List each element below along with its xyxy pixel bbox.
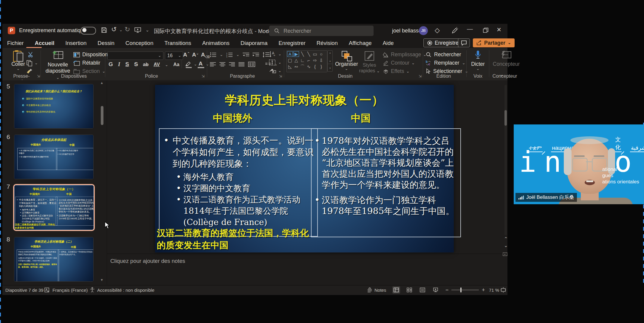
bold-button[interactable]: G [109,61,113,68]
spacing-chevron-icon[interactable]: ⌄ [165,63,168,66]
collapse-ribbon-button[interactable]: ⌄ [500,73,504,76]
tab-animations[interactable]: Animations [202,38,230,48]
previous-slide-button[interactable]: ⌃ [504,238,508,241]
share-button[interactable]: Partager ⌄ [473,38,515,47]
clear-formatting-button[interactable]: A⌫ [201,52,210,59]
tab-fichier[interactable]: Fichier [7,38,24,48]
slide-highlight-text[interactable]: 汉语二语教育的摇篮位于法国，学科化的质变发生在中国 [157,227,311,251]
main-slide-canvas[interactable]: 学科历史上非对称现象（一） 中国境外 中国 •中文传播及教育，源头不一。说到一个… [155,85,454,252]
text-direction-button[interactable]: A [269,51,276,57]
align-center-button[interactable] [219,62,225,67]
align-left-button[interactable] [210,62,216,67]
save-icon[interactable] [101,27,107,33]
canvas-scrollbar-thumb[interactable] [504,110,507,126]
close-button[interactable]: × [497,25,501,34]
restore-button[interactable] [483,28,488,33]
shape-oval[interactable]: ○ [318,51,324,57]
accessibility-icon[interactable] [89,287,95,293]
font-name-combo[interactable]: ⌄ [107,52,163,60]
panel-divider[interactable] [107,80,107,285]
font-color-button[interactable]: A [199,60,203,67]
strikethrough-ab-button[interactable]: ab [143,62,149,67]
avatar[interactable]: JB [419,26,428,35]
decrease-indent-button[interactable] [243,52,249,57]
shapes-gallery[interactable]: A▶╲╲▭○▢△∟⌐⇨⇩◺∾⌒∿{} [286,50,327,72]
fit-to-window-icon[interactable] [500,287,506,293]
start-slideshow-icon[interactable] [134,27,141,33]
tab-affichage[interactable]: Affichage [348,38,372,48]
align-text-button[interactable] [269,59,276,66]
view-slideshow-button[interactable] [432,286,439,294]
zoom-level[interactable]: 71 % [489,288,499,293]
shape-elbow-arrow-connector[interactable]: ⌐ [306,57,312,63]
minimize-button[interactable]: — [467,26,473,32]
shape-line[interactable]: ╲ [299,51,306,57]
shape-fill-button[interactable]: Remplissage ⌄ [383,52,426,58]
view-normal-button[interactable] [392,286,400,294]
shape-arrow-down[interactable]: ⇩ [318,57,324,63]
justify-button[interactable] [239,62,244,67]
italic-button[interactable]: I [118,61,120,68]
tab-insertion[interactable]: Insertion [65,38,87,48]
search-input[interactable] [283,27,368,35]
font-size-combo[interactable]: 16 ⌄ [165,52,183,60]
slide-header-right[interactable]: 中国 [325,112,397,125]
autosave-toggle[interactable] [80,27,96,35]
notes-toggle-icon[interactable] [367,287,373,293]
find-button[interactable]: Rechercher [426,52,461,58]
bullets-button[interactable] [210,52,216,57]
quick-styles-button[interactable]: Styles rapides ⌄ [359,51,380,74]
shape-line-arrow[interactable]: ╲ [306,51,312,57]
tab-accueil[interactable]: Accueil [34,38,55,48]
designer-button[interactable]: Concepteur [491,50,521,67]
accessibility-status[interactable]: Accessibilité : non disponible [97,288,154,293]
text-direction-chevron-icon[interactable]: ⌄ [278,53,281,56]
slide-thumbnail-7[interactable]: 学科历史上非对称现象（一） 中国境外 中国 •中文传播及教育，源头不一。说到一个… [14,185,94,230]
grow-font-button[interactable]: A⌃ [183,52,190,58]
search-box[interactable] [269,26,374,36]
tab-diaporama[interactable]: Diaporama [240,38,268,48]
increase-indent-button[interactable] [253,52,259,57]
font-color-chevron-icon[interactable]: ⌄ [206,63,209,66]
arrange-button[interactable]: Organiser ⌄ [335,51,358,70]
align-text-chevron-icon[interactable]: ⌄ [278,61,281,64]
coming-soon-pen-icon[interactable] [451,27,458,34]
shape-right-brace[interactable]: } [318,63,324,70]
reset-button[interactable]: Rétablir [73,60,100,66]
replace-button[interactable]: bc Remplacer ⌄ [426,60,465,66]
slide-position[interactable]: Diapositive 7 de 39 [5,288,44,293]
tab-revision[interactable]: Révision [316,38,338,48]
shrink-font-button[interactable]: A⌄ [192,52,199,58]
zoom-out-button[interactable]: − [445,287,449,293]
zoom-slider-track[interactable] [451,290,479,290]
numbering-button[interactable]: 123 [226,52,233,57]
view-slide-sorter-button[interactable] [405,286,413,294]
copy-icon[interactable] [26,60,33,66]
undo-chevron-icon[interactable]: ⌄ [119,29,123,32]
next-slide-button[interactable]: ⌄ [504,244,508,247]
thumbnails-scroll-down-icon[interactable]: ▼ [100,278,103,282]
convert-smartart-button[interactable] [269,68,276,74]
quick-access-more-icon[interactable]: ⌄ [145,29,149,32]
shape-arc[interactable]: ⌒ [299,63,306,70]
view-reading-button[interactable] [419,286,426,294]
copy-chevron-icon[interactable]: ⌄ [35,62,38,65]
canvas-scrollbar-track[interactable] [504,85,507,235]
notes-splitter[interactable] [107,254,507,254]
slide-thumbnail-6[interactable]: 分歧点从本体说起 中国境外 中国 • 中文教学作为第二语言和第二文字语言教学教学… [14,135,93,179]
cut-icon[interactable] [27,52,33,57]
title-chevron-icon[interactable]: ⌄ [265,29,269,32]
shape-textbox[interactable]: A [287,51,293,57]
numbering-chevron-icon[interactable]: ⌄ [236,53,239,56]
character-spacing-button[interactable]: AV [154,62,160,67]
paste-button[interactable]: Coller ⌄ [11,50,25,70]
zoom-slider-thumb[interactable] [460,288,462,292]
shape-curve[interactable]: ∿ [306,63,312,70]
shapes-gallery-scroll[interactable]: ⌃⌄⌄ [327,50,333,72]
redo-icon[interactable]: ↻ [125,26,130,33]
shape-action-button[interactable]: ▶ [293,51,299,57]
zoom-in-button[interactable]: + [482,287,485,293]
slide-right-textbox[interactable]: •1978年对外汉语教学学科之父吕必松先生在中国社会科学院召开的“北京地区语言学… [311,128,461,237]
tab-enregistrer[interactable]: Enregistrer [278,38,306,48]
smartart-chevron-icon[interactable]: ⌄ [278,69,281,72]
